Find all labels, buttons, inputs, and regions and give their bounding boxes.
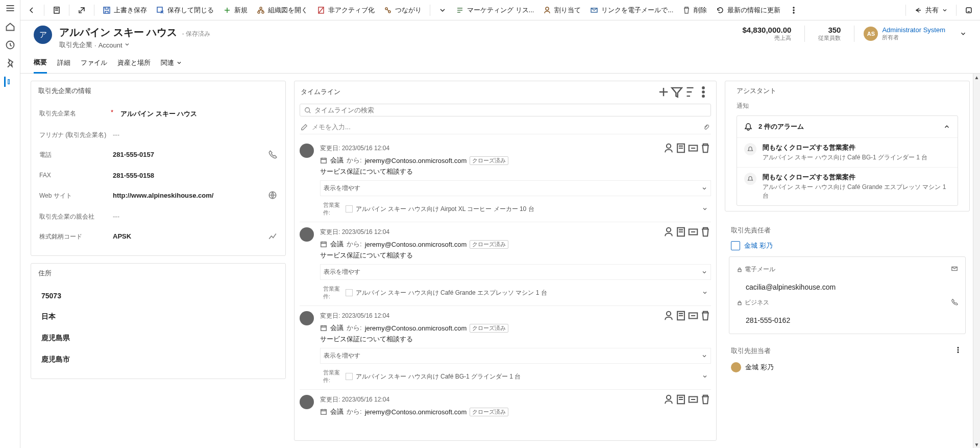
alarm-header[interactable]: 2 件のアラーム: [737, 116, 958, 137]
furigana-field[interactable]: ---: [111, 130, 277, 139]
status-badge: クローズ済み: [470, 408, 508, 416]
copilot-icon[interactable]: [961, 4, 977, 16]
timeline-filter-button[interactable]: [670, 85, 683, 99]
delete-icon[interactable]: [700, 394, 711, 405]
tab-related[interactable]: 関連: [161, 55, 182, 73]
add-to-queue-icon[interactable]: [688, 310, 699, 321]
business-phone-value[interactable]: 281-555-0162: [737, 313, 792, 325]
assign-icon[interactable]: [663, 394, 674, 405]
address-city[interactable]: 鹿児島市: [39, 349, 277, 370]
deactivate-button[interactable]: 非アクティブ化: [313, 4, 379, 17]
related-opportunity[interactable]: 営業案件:アルパイン スキー ハウス向け Café Grande エスプレッソ …: [320, 282, 711, 305]
overflow-button[interactable]: [786, 4, 802, 16]
kpi-employees[interactable]: 350 従業員数: [814, 26, 845, 42]
address-prefecture[interactable]: 鹿児島県: [39, 327, 277, 349]
scroll-down-icon[interactable]: ▼: [973, 441, 980, 448]
save-close-button[interactable]: 保存して閉じる: [152, 4, 218, 17]
save-button[interactable]: 上書き保存: [99, 4, 151, 17]
show-more-button[interactable]: 表示を増やす: [320, 348, 711, 364]
svg-rect-1: [8, 80, 10, 84]
parent-account-field[interactable]: ---: [111, 211, 277, 221]
share-button[interactable]: 共有: [910, 4, 952, 17]
popout-icon[interactable]: [74, 4, 90, 16]
assign-icon[interactable]: [663, 226, 674, 238]
tab-assets[interactable]: 資産と場所: [117, 55, 151, 73]
timeline-add-button[interactable]: [657, 85, 670, 99]
email-value[interactable]: cacilia@alpineskihouse.com: [737, 280, 838, 292]
form-selector[interactable]: Account: [99, 41, 131, 49]
connections-dropdown[interactable]: [434, 4, 451, 16]
account-name-field[interactable]: アルパイン スキー ハウス: [118, 108, 277, 120]
svg-point-26: [667, 228, 671, 232]
primary-contact-link[interactable]: 金城 彩乃: [729, 239, 966, 252]
timeline-search[interactable]: [300, 104, 711, 116]
owner-field[interactable]: AS Administrator System 所有者: [864, 26, 967, 41]
phone-icon[interactable]: [268, 150, 277, 160]
delete-icon[interactable]: [700, 143, 711, 154]
field-label: FAX: [39, 171, 111, 179]
globe-icon[interactable]: [268, 191, 277, 201]
form-selector-icon[interactable]: [48, 4, 65, 16]
home-icon[interactable]: [5, 21, 15, 32]
related-opportunity[interactable]: 営業案件:アルパイン スキー ハウス向け Airpot XL コーヒー メーカー…: [320, 198, 711, 222]
pin-icon[interactable]: [5, 58, 15, 68]
delete-button[interactable]: 削除: [678, 4, 711, 17]
form-tabs: 概要 詳細 ファイル 資産と場所 関連: [20, 50, 980, 74]
open-record-icon[interactable]: [675, 226, 687, 238]
scroll-up-icon[interactable]: ▲: [973, 74, 980, 81]
add-to-queue-icon[interactable]: [688, 394, 699, 405]
assign-button[interactable]: 割り当て: [539, 4, 585, 17]
alarm-item[interactable]: 間もなくクローズする営業案件アルパイン スキー ハウス向け Café BG-1 …: [737, 137, 958, 167]
assign-icon[interactable]: [663, 310, 674, 321]
related-opportunity[interactable]: 営業案件:アルパイン スキー ハウス向け Café BG-1 グラインダー 1 …: [320, 366, 711, 389]
back-button[interactable]: [23, 4, 40, 16]
add-to-queue-icon[interactable]: [688, 143, 699, 154]
stock-icon[interactable]: [268, 231, 277, 242]
fax-field[interactable]: 281-555-0158: [111, 171, 277, 180]
address-postal[interactable]: 75073: [39, 286, 277, 306]
timeline-item[interactable]: 変更日: 2023/05/16 12:04 会議 から: jeremy@Cont…: [300, 138, 711, 222]
phone-field[interactable]: 281-555-0157: [111, 150, 268, 159]
refresh-button[interactable]: 最新の情報に更新: [712, 4, 785, 17]
chevron-down-icon[interactable]: [960, 30, 967, 37]
menu-icon[interactable]: [5, 3, 15, 13]
timeline-item[interactable]: 変更日: 2023/05/16 12:04 会議 から: jeremy@Cont…: [300, 222, 711, 305]
open-record-icon[interactable]: [675, 394, 687, 405]
email-action-icon[interactable]: [951, 265, 958, 274]
timeline-more-button[interactable]: [697, 85, 710, 99]
section-title: 取引先企業の情報: [31, 81, 285, 101]
new-button[interactable]: 新規: [219, 4, 252, 17]
timeline-sort-button[interactable]: [683, 85, 697, 99]
attachment-icon[interactable]: [703, 124, 710, 131]
side-panel-icon[interactable]: [4, 77, 14, 87]
open-record-icon[interactable]: [675, 143, 687, 154]
tab-summary[interactable]: 概要: [34, 55, 47, 74]
timeline-search-input[interactable]: [314, 106, 706, 114]
email-link-button[interactable]: リンクを電子メールで...: [586, 4, 677, 17]
open-record-icon[interactable]: [675, 310, 687, 321]
connections-button[interactable]: つながり: [380, 4, 426, 17]
website-field[interactable]: http://www.alpineskihouse.com/: [111, 191, 268, 200]
tab-details[interactable]: 詳細: [57, 55, 70, 73]
show-more-button[interactable]: 表示を増やす: [320, 180, 711, 196]
delete-icon[interactable]: [700, 310, 711, 321]
alarm-item[interactable]: 間もなくクローズする営業案件アルパイン スキー ハウス向け Café Grand…: [737, 167, 958, 205]
phone-action-icon[interactable]: [951, 298, 958, 307]
timeline-item[interactable]: 変更日: 2023/05/16 12:04 会議 から: jeremy@Cont…: [300, 389, 711, 416]
address-country[interactable]: 日本: [39, 306, 277, 327]
vertical-scrollbar[interactable]: ▲ ▼: [973, 74, 980, 448]
timeline-item[interactable]: 変更日: 2023/05/16 12:04 会議 から: jeremy@Cont…: [300, 305, 711, 389]
show-more-button[interactable]: 表示を増やす: [320, 264, 711, 280]
contacts-more-button[interactable]: [950, 344, 966, 357]
recent-icon[interactable]: [5, 40, 15, 50]
ticker-field[interactable]: APSK: [111, 231, 268, 241]
add-to-queue-icon[interactable]: [688, 226, 699, 238]
contact-item[interactable]: 金城 彩乃: [729, 360, 966, 374]
timeline-note-input[interactable]: メモを入力...: [300, 121, 711, 134]
kpi-revenue[interactable]: $4,830,000.00 売上高: [739, 26, 796, 42]
delete-icon[interactable]: [700, 226, 711, 238]
tab-files[interactable]: ファイル: [81, 55, 107, 73]
marketing-list-button[interactable]: マーケティング リス...: [452, 4, 538, 17]
open-org-button[interactable]: 組織図を開く: [253, 4, 312, 17]
assign-icon[interactable]: [663, 143, 674, 154]
